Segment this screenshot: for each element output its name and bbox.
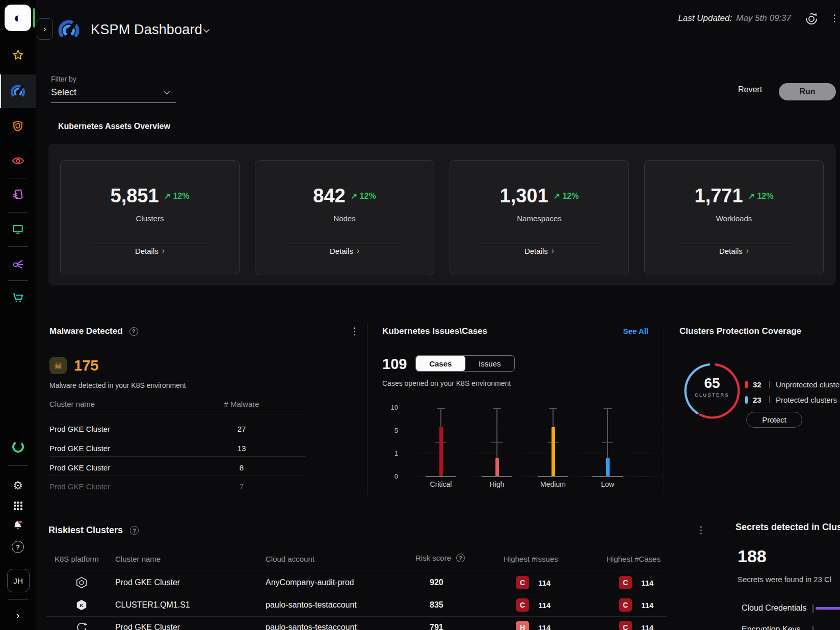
panel-expand-button[interactable]: ›	[37, 18, 53, 40]
secret-item-label[interactable]: Cloud Credentials	[742, 603, 806, 613]
sidebar-item-kspm-dashboard[interactable]	[0, 83, 36, 99]
donut-center: 65 CLUSTERS	[681, 375, 743, 398]
blue-legend-chip	[745, 396, 748, 404]
tab-cases[interactable]: Cases	[416, 356, 465, 371]
sidebar-divider	[8, 599, 28, 600]
unprotected-label: Unprotected clusters	[776, 380, 840, 389]
table-divider	[46, 594, 667, 594]
malware-row[interactable]: Prod GKE Cluster 7	[49, 479, 306, 493]
apps-grid-icon	[14, 502, 22, 510]
sidebar-item-integration[interactable]	[0, 438, 36, 455]
cloud-account: paulo-santos-testaccount	[266, 623, 357, 630]
malware-count-cell: 13	[216, 444, 267, 453]
green-ring-icon	[11, 440, 25, 454]
cases-severity-badge: C	[619, 621, 632, 630]
severity-bar	[552, 427, 555, 477]
legend-separator	[769, 396, 770, 403]
cases-count: 114	[641, 623, 653, 630]
legend-unprotected: 32 Unprotected clusters	[745, 380, 840, 389]
filter-by-label: Filter by	[51, 75, 76, 83]
sidebar-item-favorites[interactable]	[0, 47, 36, 63]
sidebar-item-connections[interactable]	[0, 255, 36, 271]
avatar[interactable]: JH	[7, 569, 30, 592]
select-underline	[51, 102, 176, 103]
sidebar-divider	[8, 39, 28, 39]
title-dropdown[interactable]	[203, 29, 210, 33]
header-menu-button[interactable]: ⋮	[830, 13, 839, 23]
legend-protected: 23 Protected clusters	[745, 395, 837, 404]
risk-score: 791	[430, 623, 443, 630]
sidebar-item-protection[interactable]	[0, 118, 36, 135]
sidebar-item-reports[interactable]	[0, 187, 36, 203]
malware-row[interactable]: Prod GKE Cluster 27	[49, 421, 306, 436]
sidebar-item-help[interactable]: ?	[0, 540, 36, 554]
workloads-count: 1,771	[695, 185, 743, 207]
sidebar-item-visibility[interactable]	[0, 152, 36, 169]
sidebar-divider	[8, 280, 28, 281]
cloud-account: paulo-santos-testaccount	[266, 600, 357, 610]
riskiest-title: Riskiest Clusters	[48, 525, 123, 536]
cases-subtitle: Cases opened on your K8S environment	[382, 379, 511, 387]
run-button[interactable]: Run	[779, 83, 836, 100]
kspm-dashboard-screen: ◐	[0, 0, 840, 630]
sidebar-item-marketplace[interactable]	[0, 289, 36, 305]
riskiest-menu-button[interactable]: ⋮	[696, 525, 706, 535]
malware-row[interactable]: Prod GKE Cluster 13	[49, 440, 306, 456]
star-icon	[12, 49, 24, 62]
x-axis-label: Medium	[528, 480, 579, 488]
malware-row[interactable]: Prod GKE Cluster 8	[49, 460, 306, 475]
refresh-button[interactable]	[804, 11, 819, 27]
cluster-name: Prod GKE Cluster	[49, 482, 216, 491]
namespaces-count: 1,301	[500, 185, 548, 207]
bar-axis-tick	[812, 626, 813, 630]
x-axis-label: High	[471, 480, 522, 488]
col-highest-cases: Highest #Cases	[607, 555, 661, 563]
malware-menu-button[interactable]: ⋮	[350, 326, 359, 336]
sidebar-item-settings[interactable]: ⚙	[0, 478, 36, 493]
y-axis-tick-label: 10	[380, 404, 398, 411]
help-icon: ?	[12, 541, 24, 553]
trend-up-delta: ↗ 12%	[164, 191, 190, 201]
panel-divider	[718, 516, 718, 630]
issues-count: 114	[538, 601, 550, 610]
malware-count-cell: 8	[216, 463, 267, 472]
whisker-mid-tick	[602, 442, 613, 443]
tab-issues[interactable]: Issues	[465, 356, 515, 371]
sidebar-divider	[8, 178, 28, 178]
col-malware-count: # Malware	[216, 400, 267, 408]
baseline-segment	[592, 476, 623, 477]
protect-button[interactable]: Protect	[746, 412, 802, 428]
malware-title: Malware Detected	[49, 326, 123, 336]
legend-separator	[769, 381, 770, 388]
secrets-title: Secrets detected in Clus	[736, 522, 840, 533]
filter-select[interactable]: Select	[51, 87, 176, 103]
details-link[interactable]: Details›	[61, 246, 239, 255]
whisker-cap	[549, 408, 557, 409]
sidebar-item-notifications[interactable]	[0, 518, 36, 533]
stat-card-workloads: 1,771 ↗ 12% Workloads Details›	[644, 160, 824, 275]
help-icon[interactable]: ?	[130, 526, 139, 535]
sidebar-expand-button[interactable]: ›	[0, 609, 36, 622]
details-link[interactable]: Details›	[645, 246, 823, 255]
details-link[interactable]: Details›	[255, 246, 434, 255]
protected-count: 23	[753, 396, 767, 404]
col-cloud-account: Cloud account	[266, 555, 314, 563]
revert-button[interactable]: Revert	[735, 85, 765, 95]
see-all-link[interactable]: See All	[610, 327, 648, 335]
sidebar-item-workstations[interactable]	[0, 221, 36, 237]
cluster-name: Prod GKE Cluster	[49, 463, 216, 472]
help-icon[interactable]: ?	[456, 554, 465, 562]
cluster-name: Prod GKE Cluster	[115, 578, 180, 587]
cart-icon	[11, 291, 25, 304]
cluster-name: Prod GKE Cluster	[49, 444, 216, 453]
last-updated-value: May 5th 09:37	[736, 13, 791, 23]
table-divider	[46, 616, 667, 617]
secret-item-label[interactable]: Encryption Keys	[742, 625, 801, 630]
sidebar-item-apps[interactable]	[0, 498, 36, 513]
x-axis-label: Critical	[415, 480, 466, 488]
col-k8s-platform: K8S platform	[55, 555, 99, 563]
help-icon[interactable]: ?	[129, 327, 138, 336]
product-logo[interactable]: ◐	[5, 5, 31, 31]
details-link[interactable]: Details›	[450, 246, 628, 255]
cases-count: 109	[382, 356, 407, 373]
